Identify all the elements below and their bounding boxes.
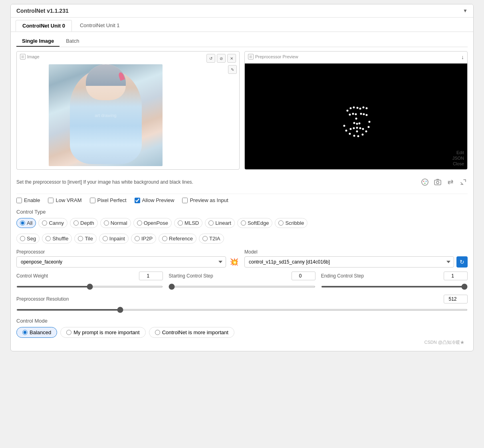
sliders-row: Control Weight Starting Control Step End…: [16, 272, 468, 289]
radio-openpose[interactable]: OpenPose: [133, 218, 172, 228]
outer-tabs: ControlNet Unit 0 ControlNet Unit 1: [11, 18, 473, 32]
tab-unit0[interactable]: ControlNet Unit 0: [16, 20, 72, 32]
download-button[interactable]: ↓: [461, 54, 464, 60]
preview-as-input-checkbox[interactable]: Preview as Input: [182, 197, 228, 203]
control-weight-slider[interactable]: [16, 286, 163, 287]
palette-icon[interactable]: [421, 178, 429, 186]
starting-step-value[interactable]: [292, 272, 315, 280]
figure-head: [86, 64, 126, 100]
preprocessor-select[interactable]: openpose_faceonly: [16, 256, 226, 268]
enable-input[interactable]: [16, 198, 22, 203]
radio-mlsd-label: MLSD: [184, 220, 199, 226]
svg-point-32: [422, 179, 428, 185]
radio-inpaint[interactable]: Inpaint: [99, 234, 129, 244]
edit-json-close-group: Edit JSON Close: [452, 150, 464, 166]
draw-icon[interactable]: ✎: [228, 65, 237, 74]
model-select[interactable]: control_v11p_sd15_canny [d14c016b]: [244, 256, 454, 268]
radio-shuffle-label: Shuffle: [52, 236, 68, 242]
svg-point-15: [365, 107, 367, 109]
image-display: art drawing: [49, 64, 163, 166]
pixel-perfect-checkbox[interactable]: Pixel Perfect: [90, 197, 127, 203]
radio-scribble[interactable]: Scribble: [275, 218, 307, 228]
checkboxes-row: Enable Low VRAM Pixel Perfect Allow Prev…: [16, 197, 468, 203]
radio-normal-label: Normal: [111, 220, 127, 226]
main-container: ControlNet v1.1.231 ▼ ControlNet Unit 0 …: [10, 4, 474, 351]
edit-button[interactable]: Edit: [452, 150, 464, 155]
close-preview-button[interactable]: Close: [452, 161, 464, 166]
radio-seg[interactable]: Seg: [16, 234, 40, 244]
mode-controlnet[interactable]: ControlNet is more important: [149, 327, 234, 338]
expand-icon[interactable]: [459, 178, 468, 186]
refresh-model-button[interactable]: ↻: [456, 256, 468, 268]
tab-unit1[interactable]: ControlNet Unit 1: [73, 20, 126, 32]
collapse-icon[interactable]: ▼: [463, 8, 468, 14]
mode-balanced[interactable]: Balanced: [16, 327, 57, 338]
radio-normal[interactable]: Normal: [100, 218, 131, 228]
radio-lineart-label: Lineart: [215, 220, 231, 226]
radio-softedge[interactable]: SoftEdge: [237, 218, 273, 228]
radio-ip2p[interactable]: IP2P: [131, 234, 156, 244]
ending-step-slider[interactable]: [321, 286, 468, 287]
control-mode-options: Balanced My prompt is more important Con…: [16, 327, 468, 338]
radio-mlsd[interactable]: MLSD: [174, 218, 202, 228]
edit-draw-button[interactable]: ✎: [228, 65, 237, 74]
preprocessor-label: ⊞ Preprocessor Preview: [248, 54, 298, 59]
svg-point-0: [343, 125, 345, 127]
svg-point-26: [349, 128, 351, 130]
image-controls: ↺ ⊘ ✕: [206, 54, 236, 63]
image-upload-panel[interactable]: ⊞ Image ↺ ⊘ ✕: [16, 51, 240, 170]
control-weight-group: Control Weight: [16, 272, 163, 289]
image-label: ⊞ Image: [20, 54, 40, 59]
image-icon: ⊞: [20, 54, 26, 59]
tab-batch[interactable]: Batch: [60, 36, 85, 47]
face-keypoints: [332, 86, 380, 142]
control-weight-value[interactable]: [139, 272, 163, 280]
preprocessor-col-label: Preprocessor: [16, 249, 240, 255]
svg-point-17: [352, 113, 354, 115]
mode-my-prompt[interactable]: My prompt is more important: [60, 327, 145, 338]
tab-single-image[interactable]: Single Image: [16, 36, 60, 47]
radio-reference[interactable]: Reference: [159, 234, 196, 244]
radio-canny[interactable]: Canny: [38, 218, 67, 228]
close-button[interactable]: ✕: [227, 54, 236, 63]
camera-icon[interactable]: [433, 178, 442, 186]
starting-step-slider[interactable]: [169, 286, 315, 287]
svg-point-14: [362, 106, 364, 108]
svg-point-18: [355, 113, 357, 115]
enable-checkbox[interactable]: Enable: [16, 197, 40, 203]
radio-all[interactable]: All: [16, 218, 36, 228]
run-preprocessor-button[interactable]: 💥: [228, 256, 240, 268]
image-watermark: art drawing: [95, 113, 116, 118]
resolution-slider[interactable]: [16, 309, 468, 311]
preview-as-input-input[interactable]: [182, 198, 188, 203]
title-bar: ControlNet v1.1.231 ▼: [11, 4, 473, 18]
radio-inpaint-label: Inpaint: [109, 236, 125, 242]
radio-lineart[interactable]: Lineart: [205, 218, 235, 228]
allow-preview-checkbox[interactable]: Allow Preview: [135, 197, 175, 203]
svg-point-13: [359, 107, 361, 109]
svg-point-9: [346, 109, 348, 111]
low-vram-checkbox[interactable]: Low VRAM: [48, 197, 81, 203]
info-text: Set the preprocessor to [invert] If your…: [16, 179, 193, 185]
model-col-label: Model: [244, 249, 468, 255]
pixel-perfect-input[interactable]: [90, 198, 95, 203]
radio-tile[interactable]: Tile: [74, 234, 96, 244]
undo-button[interactable]: ↺: [206, 54, 215, 63]
ending-step-value[interactable]: [444, 272, 468, 280]
app-title: ControlNet v1.1.231: [16, 8, 69, 14]
preprocessor-select-row: openpose_faceonly 💥: [16, 256, 240, 268]
low-vram-input[interactable]: [48, 198, 54, 203]
control-type-section: Control Type All Canny Depth Normal: [16, 209, 468, 244]
mode-controlnet-label: ControlNet is more important: [162, 329, 228, 335]
json-button[interactable]: JSON: [452, 156, 464, 161]
radio-shuffle[interactable]: Shuffle: [42, 234, 72, 244]
svg-point-31: [356, 130, 358, 132]
radio-t2ia[interactable]: T2IA: [199, 234, 224, 244]
transfer-icon[interactable]: [446, 178, 455, 186]
radio-depth[interactable]: Depth: [70, 218, 98, 228]
radio-tile-label: Tile: [85, 236, 93, 242]
resolution-value[interactable]: [444, 295, 468, 303]
svg-point-19: [360, 113, 362, 115]
allow-preview-input[interactable]: [135, 198, 140, 203]
erase-button[interactable]: ⊘: [217, 54, 226, 63]
